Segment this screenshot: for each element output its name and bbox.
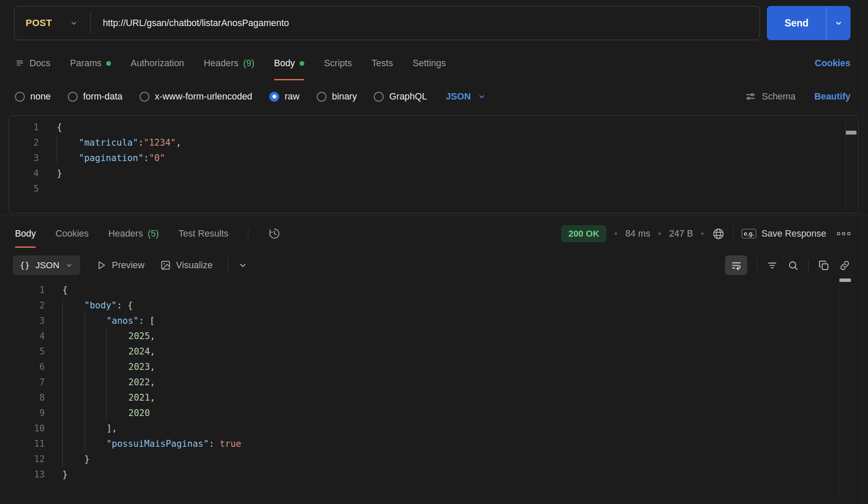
body-type-bar: none form-data x-www-form-urlencoded raw… (15, 85, 851, 108)
line-number: 10 (0, 421, 45, 436)
radio-none-label: none (30, 91, 51, 102)
code-line: 9 2020 (0, 405, 868, 421)
line-number: 3 (9, 150, 39, 166)
code-line: 12 } (0, 451, 868, 467)
response-tab-test-results[interactable]: Test Results (178, 215, 228, 252)
network-globe-icon[interactable] (712, 227, 725, 240)
line-number: 11 (0, 436, 45, 451)
link-icon[interactable] (839, 260, 851, 271)
filter-icon[interactable] (766, 260, 778, 271)
code-line: 1{ (9, 120, 858, 135)
more-views-chevron-icon[interactable] (238, 260, 248, 270)
radio-x-www-form-urlencoded[interactable]: x-www-form-urlencoded (140, 91, 252, 102)
tools-divider (808, 259, 809, 272)
line-number: 6 (0, 359, 45, 375)
line-number: 2 (0, 298, 45, 313)
response-body-code: 1{2 "body": {3 "anos": [4 2025,5 2024,6 … (0, 282, 868, 482)
code-line: 5 (9, 181, 858, 196)
response-history-icon[interactable] (268, 227, 281, 240)
preview-button[interactable]: Preview (96, 260, 144, 271)
tab-body[interactable]: Body (274, 46, 304, 80)
radio-raw-circle (269, 92, 279, 102)
wrap-text-button[interactable] (725, 255, 747, 275)
line-number: 5 (0, 344, 45, 359)
radio-graphql[interactable]: GraphQL (374, 91, 427, 102)
response-scrollbar-thumb[interactable] (839, 278, 851, 282)
request-editor-scrollbar-thumb[interactable] (846, 131, 856, 135)
tab-scripts[interactable]: Scripts (324, 46, 352, 80)
more-options-icon[interactable] (837, 232, 851, 235)
search-icon[interactable] (787, 260, 799, 271)
example-icon: e.g. (742, 229, 756, 238)
response-view-controls: {} JSON Preview Visualize (13, 255, 248, 275)
tools-divider (757, 259, 757, 272)
params-green-dot (106, 61, 111, 66)
tab-headers[interactable]: Headers (9) (204, 46, 255, 80)
code-line: 11 "possuiMaisPaginas": true (0, 436, 868, 451)
code-line: 2 "body": { (0, 298, 868, 313)
url-input-container[interactable]: POST http://URL/gsan/chatbot/listarAnosP… (14, 6, 760, 40)
radio-binary[interactable]: binary (317, 91, 357, 102)
response-body-viewer[interactable]: 1{2 "body": {3 "anos": [4 2025,5 2024,6 … (0, 278, 868, 499)
separator-dot (658, 232, 661, 235)
send-options-chevron-icon[interactable] (826, 6, 851, 40)
response-size[interactable]: 247 B (669, 229, 693, 239)
response-tab-headers[interactable]: Headers (5) (108, 215, 159, 252)
language-select-value: JSON (446, 91, 471, 102)
radio-binary-label: binary (332, 91, 357, 102)
response-tab-body[interactable]: Body (15, 215, 36, 252)
code-line: 3 "pagination":"0" (9, 150, 858, 166)
code-line: 4} (9, 166, 858, 181)
method-selector[interactable]: POST (15, 18, 52, 29)
code-line: 10 ], (0, 421, 868, 436)
method-chevron-down-icon[interactable] (69, 18, 79, 28)
visualize-button[interactable]: Visualize (160, 260, 213, 271)
send-button-group: Send (767, 6, 851, 40)
tab-params[interactable]: Params (70, 46, 111, 80)
response-format-select[interactable]: {} JSON (13, 255, 80, 275)
body-type-options: none form-data x-www-form-urlencoded raw… (15, 91, 486, 102)
response-time[interactable]: 84 ms (625, 229, 650, 239)
request-tabs: Docs Params Authorization Headers (9) Bo… (15, 46, 446, 80)
response-header: Body Cookies Headers (5) Test Results 20… (0, 215, 868, 252)
separator-dot (701, 232, 704, 235)
tab-settings-label: Settings (413, 58, 446, 69)
radio-raw[interactable]: raw (269, 91, 300, 102)
url-input[interactable]: http://URL/gsan/chatbot/listarAnosPagame… (103, 18, 289, 29)
schema-button[interactable]: Schema (745, 91, 795, 102)
radio-none[interactable]: none (15, 91, 51, 102)
format-chevron-down-icon (65, 261, 73, 270)
braces-icon: {} (20, 260, 30, 270)
line-number: 4 (0, 328, 45, 344)
response-tab-body-label: Body (15, 229, 36, 239)
cookies-link[interactable]: Cookies (815, 58, 851, 69)
code-line: 2 "matricula":"1234", (9, 135, 858, 150)
tab-authorization[interactable]: Authorization (131, 46, 184, 80)
tab-params-label: Params (70, 58, 102, 69)
radio-form-data[interactable]: form-data (68, 91, 122, 102)
code-line: 7 2022, (0, 375, 868, 390)
tab-settings[interactable]: Settings (413, 46, 446, 80)
tab-authorization-label: Authorization (131, 58, 184, 69)
line-number: 12 (0, 451, 45, 467)
save-response-button[interactable]: e.g. Save Response (742, 229, 826, 239)
separator-dot (615, 232, 617, 235)
response-tabs: Body Cookies Headers (5) Test Results (15, 215, 281, 252)
request-body-editor[interactable]: 1{2 "matricula":"1234",3 "pagination":"0… (9, 115, 859, 213)
response-tab-cookies[interactable]: Cookies (55, 215, 89, 252)
copy-icon[interactable] (818, 260, 830, 271)
send-button[interactable]: Send (767, 6, 826, 40)
radio-graphql-label: GraphQL (389, 91, 427, 102)
language-chevron-down-icon (477, 92, 486, 101)
line-number: 2 (9, 135, 39, 150)
response-tab-cookies-label: Cookies (55, 229, 89, 239)
status-code-badge[interactable]: 200 OK (561, 225, 606, 242)
save-response-label: Save Response (761, 229, 826, 239)
tab-docs[interactable]: Docs (15, 46, 50, 80)
radio-urlencoded-label: x-www-form-urlencoded (155, 91, 252, 102)
line-number: 1 (0, 282, 45, 298)
beautify-button[interactable]: Beautify (814, 91, 851, 102)
language-select[interactable]: JSON (446, 91, 487, 102)
tab-headers-label: Headers (204, 58, 239, 69)
tab-tests[interactable]: Tests (372, 46, 393, 80)
